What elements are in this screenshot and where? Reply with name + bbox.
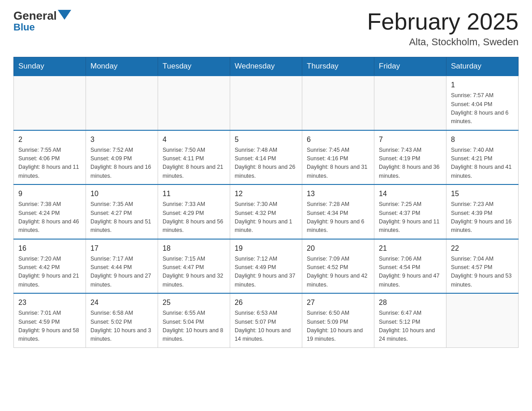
day-number: 1: [451, 80, 514, 90]
day-number: 16: [18, 243, 81, 254]
day-info: Sunrise: 7:01 AM Sunset: 4:59 PM Dayligh…: [18, 309, 81, 344]
day-info: Sunrise: 7:38 AM Sunset: 4:24 PM Dayligh…: [18, 200, 81, 235]
day-info: Sunrise: 7:06 AM Sunset: 4:54 PM Dayligh…: [379, 255, 442, 290]
day-number: 4: [163, 134, 225, 145]
day-info: Sunrise: 7:45 AM Sunset: 4:16 PM Dayligh…: [307, 146, 369, 181]
calendar-header-row: SundayMondayTuesdayWednesdayThursdayFrid…: [14, 57, 519, 76]
day-number: 28: [379, 297, 442, 308]
day-info: Sunrise: 7:25 AM Sunset: 4:37 PM Dayligh…: [379, 200, 442, 235]
calendar-day-cell: 16Sunrise: 7:20 AM Sunset: 4:42 PM Dayli…: [14, 239, 86, 294]
calendar-day-cell: 6Sunrise: 7:45 AM Sunset: 4:16 PM Daylig…: [302, 130, 374, 185]
page-header: General Blue February 2025 Alta, Stockho…: [13, 9, 519, 48]
day-number: 15: [451, 188, 514, 199]
calendar-day-cell: [14, 76, 86, 130]
day-number: 21: [379, 243, 442, 254]
calendar-day-cell: 9Sunrise: 7:38 AM Sunset: 4:24 PM Daylig…: [14, 184, 86, 239]
calendar-day-cell: [86, 76, 158, 130]
month-title: February 2025: [367, 9, 519, 34]
location: Alta, Stockholm, Sweden: [367, 36, 519, 48]
calendar-day-cell: 10Sunrise: 7:35 AM Sunset: 4:27 PM Dayli…: [86, 184, 158, 239]
day-number: 3: [90, 134, 153, 145]
day-number: 13: [307, 188, 369, 199]
day-info: Sunrise: 7:20 AM Sunset: 4:42 PM Dayligh…: [18, 255, 81, 290]
calendar-day-cell: 28Sunrise: 6:47 AM Sunset: 5:12 PM Dayli…: [374, 293, 446, 347]
svg-marker-0: [58, 10, 71, 20]
day-info: Sunrise: 6:50 AM Sunset: 5:09 PM Dayligh…: [307, 309, 369, 344]
day-info: Sunrise: 7:48 AM Sunset: 4:14 PM Dayligh…: [235, 146, 297, 181]
day-number: 2: [18, 134, 81, 145]
calendar-day-cell: 4Sunrise: 7:50 AM Sunset: 4:11 PM Daylig…: [158, 130, 230, 185]
calendar-day-cell: 23Sunrise: 7:01 AM Sunset: 4:59 PM Dayli…: [14, 293, 86, 347]
day-number: 5: [235, 134, 297, 145]
calendar-day-cell: 7Sunrise: 7:43 AM Sunset: 4:19 PM Daylig…: [374, 130, 446, 185]
day-info: Sunrise: 7:12 AM Sunset: 4:49 PM Dayligh…: [235, 255, 297, 290]
logo-general: General: [13, 10, 57, 21]
calendar-day-cell: [158, 76, 230, 130]
calendar-day-cell: 27Sunrise: 6:50 AM Sunset: 5:09 PM Dayli…: [302, 293, 374, 347]
day-of-week-header: Thursday: [302, 57, 374, 76]
day-info: Sunrise: 7:40 AM Sunset: 4:21 PM Dayligh…: [451, 146, 514, 181]
calendar-day-cell: 24Sunrise: 6:58 AM Sunset: 5:02 PM Dayli…: [86, 293, 158, 347]
day-info: Sunrise: 7:30 AM Sunset: 4:32 PM Dayligh…: [235, 200, 297, 235]
calendar-day-cell: 13Sunrise: 7:28 AM Sunset: 4:34 PM Dayli…: [302, 184, 374, 239]
calendar-day-cell: 12Sunrise: 7:30 AM Sunset: 4:32 PM Dayli…: [230, 184, 302, 239]
calendar-day-cell: 17Sunrise: 7:17 AM Sunset: 4:44 PM Dayli…: [86, 239, 158, 294]
day-info: Sunrise: 6:47 AM Sunset: 5:12 PM Dayligh…: [379, 309, 442, 344]
calendar-table: SundayMondayTuesdayWednesdayThursdayFrid…: [13, 57, 519, 348]
calendar-day-cell: 20Sunrise: 7:09 AM Sunset: 4:52 PM Dayli…: [302, 239, 374, 294]
day-of-week-header: Wednesday: [230, 57, 302, 76]
calendar-day-cell: 5Sunrise: 7:48 AM Sunset: 4:14 PM Daylig…: [230, 130, 302, 185]
calendar-day-cell: 14Sunrise: 7:25 AM Sunset: 4:37 PM Dayli…: [374, 184, 446, 239]
day-info: Sunrise: 7:43 AM Sunset: 4:19 PM Dayligh…: [379, 146, 442, 181]
day-info: Sunrise: 6:53 AM Sunset: 5:07 PM Dayligh…: [235, 309, 297, 344]
day-number: 10: [90, 188, 153, 199]
day-number: 8: [451, 134, 514, 145]
day-info: Sunrise: 7:50 AM Sunset: 4:11 PM Dayligh…: [163, 146, 225, 181]
day-of-week-header: Saturday: [446, 57, 519, 76]
calendar-day-cell: 19Sunrise: 7:12 AM Sunset: 4:49 PM Dayli…: [230, 239, 302, 294]
calendar-week-row: 1Sunrise: 7:57 AM Sunset: 4:04 PM Daylig…: [14, 76, 519, 130]
calendar-day-cell: 21Sunrise: 7:06 AM Sunset: 4:54 PM Dayli…: [374, 239, 446, 294]
logo-icon: [58, 10, 71, 22]
day-number: 19: [235, 243, 297, 254]
day-info: Sunrise: 7:17 AM Sunset: 4:44 PM Dayligh…: [90, 255, 153, 290]
day-info: Sunrise: 7:55 AM Sunset: 4:06 PM Dayligh…: [18, 146, 81, 181]
calendar-day-cell: 2Sunrise: 7:55 AM Sunset: 4:06 PM Daylig…: [14, 130, 86, 185]
calendar-day-cell: 26Sunrise: 6:53 AM Sunset: 5:07 PM Dayli…: [230, 293, 302, 347]
day-info: Sunrise: 6:55 AM Sunset: 5:04 PM Dayligh…: [163, 309, 225, 344]
day-number: 22: [451, 243, 514, 254]
calendar-day-cell: 11Sunrise: 7:33 AM Sunset: 4:29 PM Dayli…: [158, 184, 230, 239]
logo: General Blue: [13, 9, 71, 33]
day-info: Sunrise: 7:52 AM Sunset: 4:09 PM Dayligh…: [90, 146, 153, 181]
day-number: 25: [163, 297, 225, 308]
day-info: Sunrise: 7:15 AM Sunset: 4:47 PM Dayligh…: [163, 255, 225, 290]
day-info: Sunrise: 7:23 AM Sunset: 4:39 PM Dayligh…: [451, 200, 514, 235]
day-number: 6: [307, 134, 369, 145]
calendar-week-row: 23Sunrise: 7:01 AM Sunset: 4:59 PM Dayli…: [14, 293, 519, 347]
day-number: 17: [90, 243, 153, 254]
title-area: February 2025 Alta, Stockholm, Sweden: [367, 9, 519, 48]
day-number: 12: [235, 188, 297, 199]
day-info: Sunrise: 7:09 AM Sunset: 4:52 PM Dayligh…: [307, 255, 369, 290]
calendar-day-cell: [302, 76, 374, 130]
day-of-week-header: Friday: [374, 57, 446, 76]
day-number: 20: [307, 243, 369, 254]
day-number: 26: [235, 297, 297, 308]
day-of-week-header: Tuesday: [158, 57, 230, 76]
day-number: 24: [90, 297, 153, 308]
calendar-day-cell: 25Sunrise: 6:55 AM Sunset: 5:04 PM Dayli…: [158, 293, 230, 347]
day-info: Sunrise: 7:04 AM Sunset: 4:57 PM Dayligh…: [451, 255, 514, 290]
day-info: Sunrise: 7:28 AM Sunset: 4:34 PM Dayligh…: [307, 200, 369, 235]
calendar-week-row: 2Sunrise: 7:55 AM Sunset: 4:06 PM Daylig…: [14, 130, 519, 185]
calendar-day-cell: [374, 76, 446, 130]
day-number: 7: [379, 134, 442, 145]
calendar-day-cell: 22Sunrise: 7:04 AM Sunset: 4:57 PM Dayli…: [446, 239, 519, 294]
calendar-day-cell: [446, 293, 519, 347]
calendar-day-cell: 3Sunrise: 7:52 AM Sunset: 4:09 PM Daylig…: [86, 130, 158, 185]
calendar-day-cell: [230, 76, 302, 130]
day-info: Sunrise: 7:35 AM Sunset: 4:27 PM Dayligh…: [90, 200, 153, 235]
calendar-week-row: 16Sunrise: 7:20 AM Sunset: 4:42 PM Dayli…: [14, 239, 519, 294]
calendar-day-cell: 15Sunrise: 7:23 AM Sunset: 4:39 PM Dayli…: [446, 184, 519, 239]
calendar-day-cell: 1Sunrise: 7:57 AM Sunset: 4:04 PM Daylig…: [446, 76, 519, 130]
day-number: 27: [307, 297, 369, 308]
